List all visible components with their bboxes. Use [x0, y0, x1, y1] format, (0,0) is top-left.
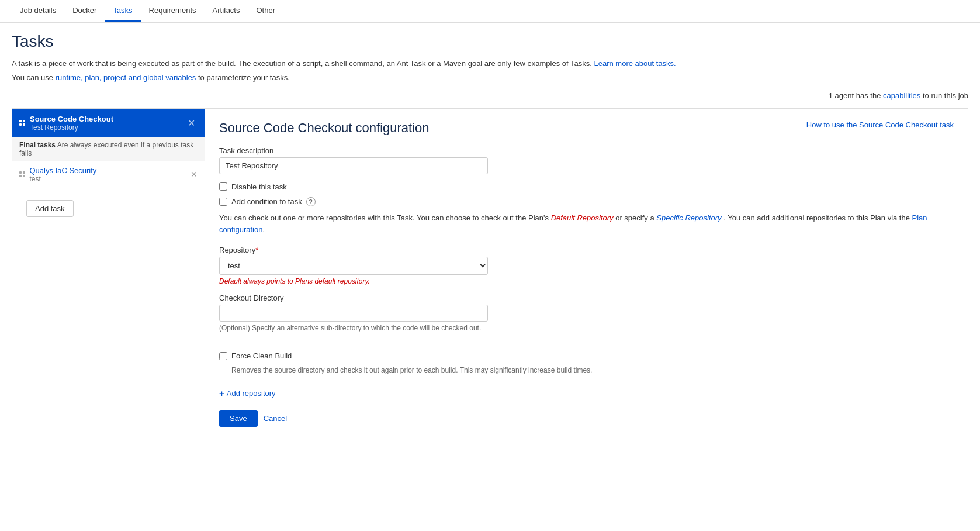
force-clean-label[interactable]: Force Clean Build: [231, 351, 292, 360]
final-task-sub: test: [30, 175, 97, 183]
task-icon: [19, 120, 25, 126]
config-title: Source Code Checkout configuration: [219, 120, 430, 136]
force-clean-desc: Removes the source directory and checks …: [231, 366, 954, 374]
final-task-close-button[interactable]: ✕: [191, 170, 198, 179]
checkout-dir-label: Checkout Directory: [219, 294, 954, 302]
nav-artifacts[interactable]: Artifacts: [205, 0, 248, 22]
divider: [219, 342, 954, 342]
default-note: Default always points to Plans default r…: [219, 277, 954, 285]
final-tasks-header: Final tasks Are always executed even if …: [12, 137, 205, 161]
specific-repo-link[interactable]: Specific Repository: [656, 213, 721, 222]
final-task-icon: [19, 171, 25, 177]
repository-select[interactable]: test Default Repository: [219, 257, 488, 275]
main-content: Source Code Checkout configuration How t…: [205, 109, 968, 439]
nav-job-details[interactable]: Job details: [12, 0, 64, 22]
sidebar: Source Code Checkout Test Repository ✕ F…: [12, 109, 205, 439]
final-task-item: Qualys IaC Security test ✕: [12, 161, 205, 188]
add-repository-label: Add repository: [227, 389, 276, 398]
add-condition-row: Add condition to task ?: [219, 197, 954, 206]
learn-more-link[interactable]: Learn more about tasks.: [594, 59, 676, 68]
active-task-item[interactable]: Source Code Checkout Test Repository ✕: [12, 109, 205, 137]
repository-label: Repository*: [219, 246, 954, 254]
nav-tasks[interactable]: Tasks: [105, 0, 140, 22]
active-task-close-button[interactable]: ✕: [185, 118, 198, 129]
save-button[interactable]: Save: [219, 410, 258, 427]
page-title: Tasks: [12, 32, 968, 51]
force-clean-row: Force Clean Build: [219, 351, 954, 360]
add-condition-checkbox[interactable]: [219, 198, 227, 206]
top-nav: Job details Docker Tasks Requirements Ar…: [0, 0, 980, 23]
nav-requirements[interactable]: Requirements: [141, 0, 205, 22]
task-description-input[interactable]: [219, 157, 488, 174]
add-repo-plus-icon: +: [219, 388, 224, 398]
nav-other[interactable]: Other: [248, 0, 283, 22]
cancel-link[interactable]: Cancel: [264, 414, 287, 423]
page-container: Tasks A task is a piece of work that is …: [0, 23, 980, 531]
task-description-label: Task description: [219, 146, 954, 155]
force-clean-checkbox[interactable]: [219, 352, 227, 360]
repo-info-text: You can check out one or more repositori…: [219, 212, 954, 237]
final-task-name-link[interactable]: Qualys IaC Security: [30, 166, 97, 175]
page-description: A task is a piece of work that is being …: [12, 58, 968, 70]
checkout-dir-optional: (Optional) Specify an alternative sub-di…: [219, 324, 954, 332]
repository-group: Repository* test Default Repository Defa…: [219, 246, 954, 285]
add-condition-help-icon[interactable]: ?: [306, 197, 316, 206]
form-actions: Save Cancel: [219, 410, 954, 427]
variable-text: You can use runtime, plan, project and g…: [12, 73, 968, 82]
agent-info: 1 agent has the capabilities to run this…: [12, 91, 968, 100]
add-task-button[interactable]: Add task: [26, 200, 74, 217]
help-link[interactable]: How to use the Source Code Checkout task: [806, 120, 954, 129]
add-repository-link[interactable]: + Add repository: [219, 388, 276, 398]
active-task-sub: Test Repository: [30, 123, 185, 132]
add-condition-label[interactable]: Add condition to task: [231, 197, 302, 206]
checkout-dir-input[interactable]: [219, 305, 488, 322]
checkout-dir-group: Checkout Directory (Optional) Specify an…: [219, 294, 954, 332]
disable-task-checkbox[interactable]: [219, 182, 227, 191]
disable-task-label[interactable]: Disable this task: [231, 182, 287, 191]
config-header: Source Code Checkout configuration How t…: [219, 120, 954, 136]
active-task-name: Source Code Checkout: [30, 115, 185, 123]
default-repo-link[interactable]: Default Repository: [551, 213, 614, 222]
variable-link[interactable]: runtime, plan, project and global variab…: [56, 73, 196, 82]
main-layout: Source Code Checkout Test Repository ✕ F…: [12, 108, 968, 440]
capabilities-link[interactable]: capabilities: [883, 91, 920, 100]
disable-task-row: Disable this task: [219, 182, 954, 191]
nav-docker[interactable]: Docker: [64, 0, 105, 22]
task-description-group: Task description: [219, 146, 954, 174]
